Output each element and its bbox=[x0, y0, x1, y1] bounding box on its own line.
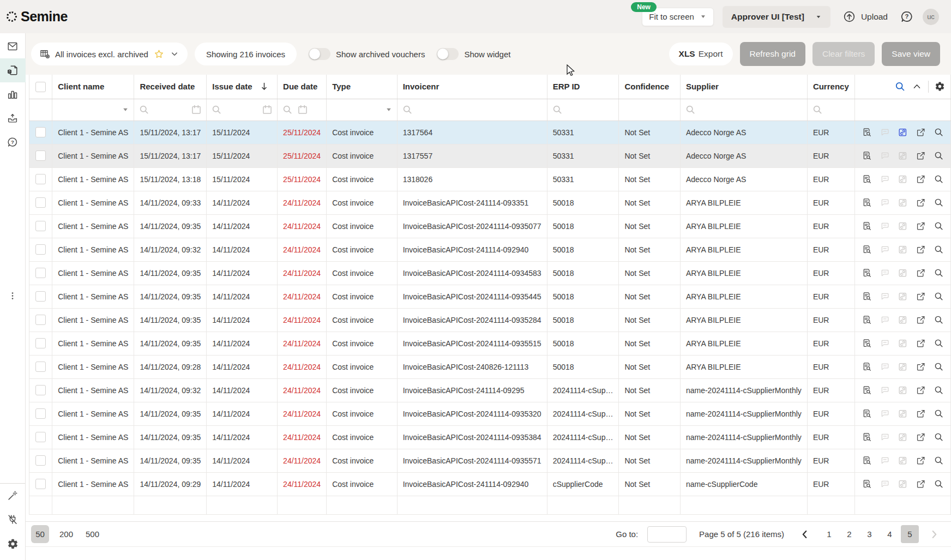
row-checkbox[interactable] bbox=[35, 338, 46, 348]
voucher-lines-icon[interactable] bbox=[862, 291, 872, 302]
open-external-icon[interactable] bbox=[916, 268, 926, 278]
next-page-icon[interactable] bbox=[928, 528, 940, 540]
table-row[interactable]: Client 1 - Semine AS14/11/2024, 09:3514/… bbox=[29, 214, 951, 238]
voucher-lines-icon[interactable] bbox=[862, 244, 872, 255]
filter-currency[interactable] bbox=[807, 99, 854, 121]
search-icon[interactable] bbox=[139, 104, 149, 115]
attachment-link-icon[interactable] bbox=[898, 455, 908, 466]
attachment-link-icon[interactable] bbox=[898, 362, 908, 372]
row-checkbox[interactable] bbox=[35, 362, 46, 372]
calendar-icon[interactable] bbox=[262, 104, 273, 115]
attachment-link-icon[interactable] bbox=[898, 244, 908, 255]
col-invoicenr[interactable]: Invoicenr bbox=[397, 75, 547, 99]
attachment-link-icon[interactable] bbox=[898, 315, 908, 325]
open-external-icon[interactable] bbox=[916, 338, 926, 348]
select-all-checkbox[interactable] bbox=[35, 82, 46, 92]
attachment-link-icon[interactable] bbox=[898, 408, 908, 419]
prev-page-icon[interactable] bbox=[799, 528, 811, 540]
row-checkbox[interactable] bbox=[35, 479, 46, 489]
search-icon[interactable] bbox=[402, 104, 413, 115]
grid-settings-icon[interactable] bbox=[935, 81, 945, 92]
col-supplier[interactable]: Supplier bbox=[680, 75, 807, 99]
preview-icon[interactable] bbox=[934, 150, 944, 161]
open-external-icon[interactable] bbox=[916, 291, 926, 302]
open-external-icon[interactable] bbox=[916, 385, 926, 395]
col-due-date[interactable]: Due date bbox=[278, 75, 327, 99]
comment-icon[interactable] bbox=[880, 408, 890, 419]
row-checkbox[interactable] bbox=[35, 244, 46, 255]
page-size-200[interactable]: 200 bbox=[57, 525, 75, 543]
table-row[interactable]: Client 1 - Semine AS14/11/2024, 09:3514/… bbox=[29, 261, 951, 285]
sidebar-item-mail[interactable] bbox=[0, 34, 26, 58]
filter-invoicenr[interactable] bbox=[397, 99, 547, 121]
row-checkbox[interactable] bbox=[35, 221, 46, 231]
open-external-icon[interactable] bbox=[916, 315, 926, 325]
open-external-icon[interactable] bbox=[916, 221, 926, 231]
attachment-link-icon[interactable] bbox=[898, 221, 908, 231]
table-row[interactable]: Client 1 - Semine AS15/11/2024, 13:1715/… bbox=[29, 144, 951, 167]
row-checkbox[interactable] bbox=[35, 268, 46, 278]
row-checkbox[interactable] bbox=[35, 291, 46, 302]
refresh-grid-button[interactable]: Refresh grid bbox=[740, 42, 805, 66]
sidebar-item-archive[interactable] bbox=[0, 106, 26, 130]
table-row[interactable]: Client 1 - Semine AS15/11/2024, 13:1815/… bbox=[29, 167, 951, 191]
preview-icon[interactable] bbox=[934, 244, 944, 255]
row-checkbox[interactable] bbox=[35, 432, 46, 442]
xls-export-button[interactable]: XLSExport bbox=[669, 43, 733, 65]
star-icon[interactable] bbox=[153, 49, 165, 60]
filter-type[interactable] bbox=[327, 99, 398, 121]
table-row[interactable]: Client 1 - Semine AS14/11/2024, 09:3514/… bbox=[29, 285, 951, 308]
col-type[interactable]: Type bbox=[327, 75, 398, 99]
open-external-icon[interactable] bbox=[916, 362, 926, 372]
comment-icon[interactable] bbox=[880, 244, 890, 255]
comment-icon[interactable] bbox=[880, 315, 890, 325]
table-row[interactable]: Client 1 - Semine AS14/11/2024, 09:3314/… bbox=[29, 191, 951, 214]
comment-icon[interactable] bbox=[880, 338, 890, 348]
help-icon[interactable]: ? bbox=[900, 10, 914, 24]
page-size-500[interactable]: 500 bbox=[83, 525, 101, 543]
open-external-icon[interactable] bbox=[916, 432, 926, 442]
attachment-link-icon[interactable] bbox=[898, 291, 908, 302]
goto-page-input[interactable] bbox=[647, 526, 687, 543]
comment-icon[interactable] bbox=[880, 150, 890, 161]
open-external-icon[interactable] bbox=[916, 479, 926, 489]
search-icon[interactable] bbox=[211, 104, 222, 115]
voucher-lines-icon[interactable] bbox=[862, 197, 872, 208]
row-checkbox[interactable] bbox=[35, 127, 46, 137]
voucher-lines-icon[interactable] bbox=[862, 221, 872, 231]
attachment-link-icon[interactable] bbox=[898, 197, 908, 208]
search-icon[interactable] bbox=[685, 104, 696, 115]
attachment-link-icon[interactable] bbox=[898, 268, 908, 278]
page-size-50[interactable]: 50 bbox=[31, 525, 49, 543]
preview-icon[interactable] bbox=[934, 455, 944, 466]
grid-search-icon[interactable] bbox=[894, 81, 906, 92]
calendar-icon[interactable] bbox=[297, 104, 308, 115]
col-erp-id[interactable]: ERP ID bbox=[547, 75, 619, 99]
attachment-link-icon[interactable] bbox=[898, 174, 908, 184]
open-external-icon[interactable] bbox=[916, 197, 926, 208]
preview-icon[interactable] bbox=[934, 338, 944, 348]
attachment-link-icon[interactable] bbox=[898, 127, 908, 137]
filter-client-name[interactable] bbox=[52, 99, 134, 121]
voucher-lines-icon[interactable] bbox=[862, 432, 872, 442]
open-external-icon[interactable] bbox=[916, 150, 926, 161]
filter-received-date[interactable] bbox=[134, 99, 207, 121]
sidebar-item-settings[interactable] bbox=[0, 532, 26, 556]
voucher-lines-icon[interactable] bbox=[862, 455, 872, 466]
page-number-2[interactable]: 2 bbox=[840, 525, 858, 543]
row-checkbox[interactable] bbox=[35, 174, 46, 184]
page-number-1[interactable]: 1 bbox=[820, 525, 838, 543]
attachment-link-icon[interactable] bbox=[898, 150, 908, 161]
search-icon[interactable] bbox=[812, 104, 823, 115]
sidebar-item-invoices[interactable] bbox=[0, 58, 26, 82]
table-row[interactable]: Client 1 - Semine AS14/11/2024, 09:3514/… bbox=[29, 402, 951, 425]
save-view-button[interactable]: Save view bbox=[882, 42, 940, 66]
page-number-4[interactable]: 4 bbox=[881, 525, 899, 543]
dropdown-arrow-icon[interactable] bbox=[385, 106, 393, 113]
preview-icon[interactable] bbox=[934, 362, 944, 372]
table-row[interactable]: Client 1 - Semine AS14/11/2024, 09:3214/… bbox=[29, 378, 951, 402]
upload-button[interactable]: Upload bbox=[839, 9, 891, 24]
col-client-name[interactable]: Client name bbox=[52, 75, 134, 99]
table-row[interactable]: Client 1 - Semine AS14/11/2024, 09:2914/… bbox=[29, 472, 951, 496]
row-checkbox[interactable] bbox=[35, 315, 46, 325]
